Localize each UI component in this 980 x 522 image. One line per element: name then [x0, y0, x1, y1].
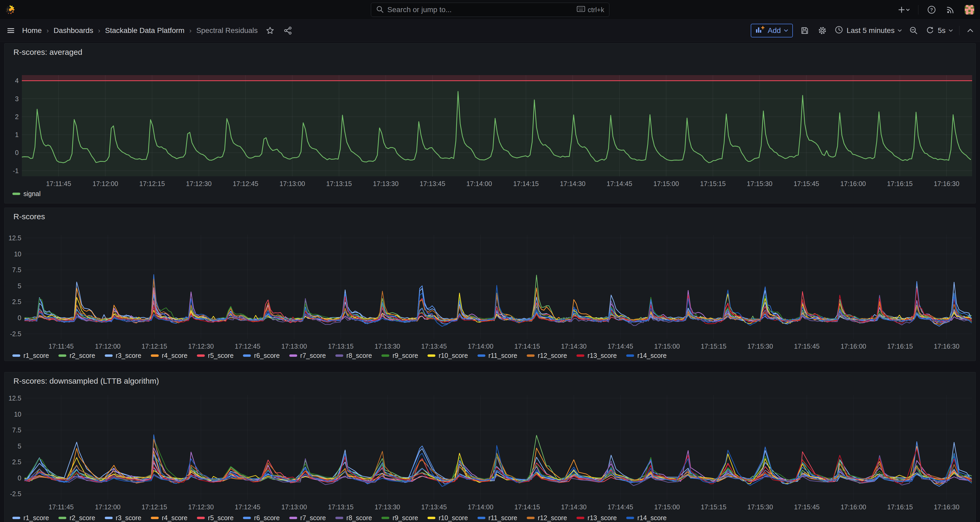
legend-item-signal[interactable]: signal: [13, 190, 41, 198]
time-series-plot[interactable]: [24, 235, 972, 339]
caret-down-icon: [949, 29, 953, 32]
legend-item-r5_score[interactable]: r5_score: [197, 352, 234, 359]
legend-series-label: r11_score: [488, 352, 517, 359]
user-avatar[interactable]: [964, 4, 975, 16]
legend-series-label: r4_score: [162, 352, 188, 359]
add-panel-button[interactable]: Add: [751, 24, 793, 37]
legend-series-label: r2_score: [70, 514, 95, 522]
panel-title[interactable]: R-scores: [13, 212, 45, 221]
legend-item-r2_score[interactable]: r2_score: [59, 352, 95, 359]
x-tick-label: 17:15:45: [788, 180, 825, 188]
legend-series-marker: [151, 354, 159, 357]
y-tick-label: 0: [5, 314, 21, 321]
legend-item-r13_score[interactable]: r13_score: [576, 352, 617, 359]
legend-series-label: r5_score: [208, 352, 234, 359]
y-tick-label: 3: [5, 95, 19, 102]
legend-item-r7_score[interactable]: r7_score: [289, 514, 326, 522]
new-item-button[interactable]: [897, 4, 911, 15]
top-nav-bar: Search or jump to... ctrl+k ?: [0, 0, 980, 19]
legend-series-label: signal: [24, 190, 41, 198]
legend-item-r12_score[interactable]: r12_score: [527, 514, 567, 522]
legend-series-label: r1_score: [24, 514, 49, 522]
legend-item-r9_score[interactable]: r9_score: [382, 514, 418, 522]
x-tick-label: 17:12:45: [229, 343, 266, 350]
panel-title[interactable]: R-scores: downsampled (LTTB algorithm): [13, 377, 159, 386]
legend-series-marker: [59, 517, 66, 519]
toolbar-right-cluster: Add Last 5 minutes: [751, 24, 975, 37]
x-tick-label: 17:16:15: [881, 343, 918, 350]
legend-item-r1_score[interactable]: r1_score: [13, 514, 49, 522]
legend-item-r8_score[interactable]: r8_score: [335, 352, 372, 359]
x-tick-label: 17:16:15: [881, 180, 918, 188]
breadcrumb-dashboards[interactable]: Dashboards: [53, 26, 93, 35]
x-tick-label: 17:15:30: [742, 343, 779, 350]
legend-item-r8_score[interactable]: r8_score: [335, 514, 372, 522]
legend-item-r10_score[interactable]: r10_score: [428, 352, 468, 359]
panel-r-scores: R-scores 12.5107.552.50-2.5 17:11:4517:1…: [4, 208, 976, 361]
legend-series-label: r10_score: [439, 514, 468, 522]
favorite-star-icon[interactable]: [264, 25, 275, 36]
breadcrumb-separator: ›: [189, 27, 192, 35]
time-series-plot[interactable]: [22, 75, 972, 176]
nav-right-cluster: ?: [897, 0, 975, 19]
panel-title[interactable]: R-scores: averaged: [13, 48, 83, 57]
news-rss-icon[interactable]: [945, 4, 956, 16]
legend-series-label: r12_score: [538, 514, 567, 522]
x-tick-label: 17:15:00: [649, 343, 686, 350]
legend-series-marker: [477, 517, 485, 519]
legend-item-r6_score[interactable]: r6_score: [243, 514, 280, 522]
legend-item-r9_score[interactable]: r9_score: [382, 352, 418, 359]
legend-item-r11_score[interactable]: r11_score: [477, 352, 517, 359]
legend-item-r6_score[interactable]: r6_score: [243, 352, 280, 359]
legend-item-r12_score[interactable]: r12_score: [527, 352, 567, 359]
legend-item-r14_score[interactable]: r14_score: [626, 514, 667, 522]
refresh-interval-picker[interactable]: 5s: [926, 25, 953, 36]
legend-series-label: r13_score: [587, 514, 617, 522]
x-tick-label: 17:12:30: [182, 503, 219, 511]
x-tick-label: 17:15:00: [648, 180, 685, 188]
y-tick-label: 2.5: [5, 298, 21, 305]
legend-item-r3_score[interactable]: r3_score: [105, 514, 142, 522]
collapse-toolbar-chevron-up-icon[interactable]: [966, 27, 975, 34]
y-tick-label: 7.5: [5, 426, 21, 434]
legend-series-label: r14_score: [637, 514, 667, 522]
breadcrumb-folder[interactable]: Stackable Data Platform: [105, 26, 185, 35]
legend-item-r11_score[interactable]: r11_score: [477, 514, 517, 522]
search-input[interactable]: Search or jump to... ctrl+k: [371, 3, 609, 17]
time-series-plot[interactable]: [24, 395, 972, 500]
legend-series-label: r5_score: [208, 514, 234, 522]
grafana-logo-icon[interactable]: [4, 4, 16, 16]
legend-item-r3_score[interactable]: r3_score: [105, 352, 142, 359]
dashboard-settings-gear-icon[interactable]: [816, 25, 828, 37]
zoom-out-icon[interactable]: [908, 25, 919, 36]
legend: r1_scorer2_scorer3_scorer4_scorer5_score…: [13, 514, 667, 522]
legend-item-r2_score[interactable]: r2_score: [59, 514, 95, 522]
legend-item-r5_score[interactable]: r5_score: [197, 514, 234, 522]
legend-item-r14_score[interactable]: r14_score: [626, 352, 667, 359]
x-tick-label: 17:13:45: [416, 343, 452, 350]
share-icon[interactable]: [282, 25, 293, 36]
caret-down-icon: [897, 29, 902, 32]
y-tick-label: -2.5: [5, 490, 21, 498]
legend-item-r10_score[interactable]: r10_score: [428, 514, 468, 522]
x-tick-label: 17:12:30: [180, 180, 217, 188]
save-dashboard-icon[interactable]: [799, 25, 810, 36]
x-tick-label: 17:12:15: [136, 503, 173, 511]
legend-item-r13_score[interactable]: r13_score: [576, 514, 617, 522]
legend-item-r4_score[interactable]: r4_score: [151, 514, 188, 522]
x-tick-label: 17:14:30: [555, 503, 592, 511]
legend-item-r1_score[interactable]: r1_score: [13, 352, 49, 359]
legend-series-marker: [626, 354, 634, 357]
legend-item-r4_score[interactable]: r4_score: [151, 352, 188, 359]
caret-down-icon: [784, 29, 788, 32]
time-range-picker[interactable]: Last 5 minutes: [834, 25, 902, 36]
legend-series-label: r6_score: [254, 352, 280, 359]
y-tick-label: 4: [5, 77, 19, 84]
breadcrumb-home[interactable]: Home: [22, 26, 42, 35]
legend-series-label: r3_score: [116, 352, 142, 359]
legend-item-r7_score[interactable]: r7_score: [289, 352, 326, 359]
x-tick-label: 17:12:00: [89, 343, 126, 350]
mega-menu-icon[interactable]: [5, 25, 16, 36]
x-tick-label: 17:16:30: [928, 343, 965, 350]
help-icon[interactable]: ?: [926, 4, 937, 16]
